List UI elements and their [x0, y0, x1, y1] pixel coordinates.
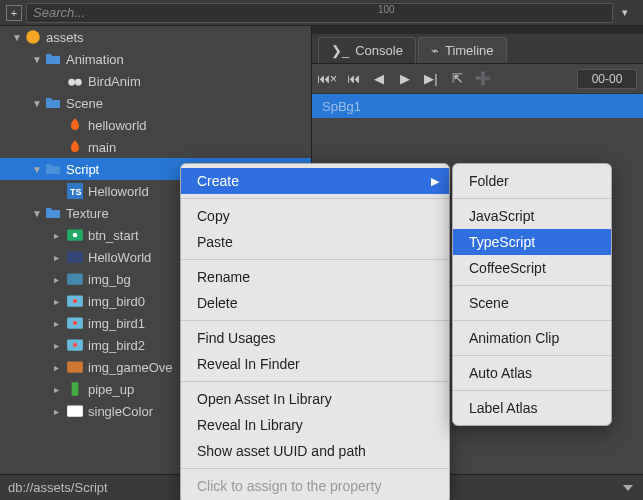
typescript-icon: TS — [66, 183, 84, 199]
assets-icon — [24, 29, 42, 45]
folder-icon — [44, 51, 62, 67]
console-icon: ❯_ — [331, 43, 349, 58]
svg-point-2 — [75, 79, 82, 86]
chevron-down-icon: ▼ — [12, 32, 24, 43]
menu-reveal-library[interactable]: Reveal In Library — [181, 412, 449, 438]
chevron-right-icon: ▶ — [431, 175, 439, 188]
dropdown-icon[interactable] — [623, 485, 633, 491]
next-frame-button[interactable]: ▶| — [422, 70, 440, 88]
menu-separator — [181, 320, 449, 321]
anim-icon — [66, 73, 84, 89]
folder-icon — [44, 205, 62, 221]
tab-timeline[interactable]: ⌁ Timeline — [418, 37, 507, 63]
svg-rect-16 — [72, 382, 79, 396]
timeline-toolbar: ⏮× ⏮ ◀ ▶ ▶| ⇱ ➕ 00-00 — [312, 64, 643, 94]
submenu-folder[interactable]: Folder — [453, 168, 611, 194]
image-icon — [66, 227, 84, 243]
folder-icon — [44, 95, 62, 111]
create-asset-button[interactable]: + — [6, 5, 22, 21]
menu-open-library[interactable]: Open Asset In Library — [181, 386, 449, 412]
menu-reveal-finder[interactable]: Reveal In Finder — [181, 351, 449, 377]
chevron-down-icon: ▼ — [32, 208, 44, 219]
svg-point-0 — [26, 30, 40, 44]
svg-text:TS: TS — [70, 187, 82, 197]
menu-create[interactable]: Create ▶ — [181, 168, 449, 194]
ruler-tick: 100 — [378, 4, 395, 15]
chevron-right-icon: ▸ — [54, 252, 66, 263]
panel-tabs: ❯_ Console ⌁ Timeline — [312, 34, 643, 64]
submenu-auto-atlas[interactable]: Auto Atlas — [453, 360, 611, 386]
tab-console[interactable]: ❯_ Console — [318, 37, 416, 63]
menu-separator — [453, 198, 611, 199]
timeline-icon: ⌁ — [431, 43, 439, 58]
chevron-right-icon: ▸ — [54, 406, 66, 417]
image-icon — [66, 293, 84, 309]
svg-rect-17 — [67, 405, 83, 416]
tree-item-folder[interactable]: ▼ Animation — [0, 48, 311, 70]
menu-separator — [181, 468, 449, 469]
chevron-down-icon: ▼ — [32, 98, 44, 109]
menu-separator — [453, 355, 611, 356]
submenu-scene[interactable]: Scene — [453, 290, 611, 316]
tree-item-folder[interactable]: ▼ Scene — [0, 92, 311, 114]
search-input[interactable]: Search... — [26, 3, 613, 23]
menu-delete[interactable]: Delete — [181, 290, 449, 316]
menu-separator — [181, 381, 449, 382]
menu-separator — [453, 285, 611, 286]
goto-start-button[interactable]: ⏮× — [318, 70, 336, 88]
menu-find-usages[interactable]: Find Usages — [181, 325, 449, 351]
image-icon — [66, 249, 84, 265]
image-icon — [66, 359, 84, 375]
tree-item-scene[interactable]: main — [0, 136, 311, 158]
svg-point-14 — [73, 343, 78, 348]
svg-rect-15 — [67, 361, 83, 372]
timecode[interactable]: 00-00 — [577, 69, 637, 89]
chevron-right-icon: ▸ — [54, 274, 66, 285]
fire-icon — [66, 139, 84, 155]
menu-separator — [181, 198, 449, 199]
image-icon — [66, 271, 84, 287]
image-icon — [66, 315, 84, 331]
svg-point-6 — [73, 233, 78, 238]
chevron-right-icon: ▸ — [54, 318, 66, 329]
svg-point-10 — [73, 299, 78, 304]
chevron-right-icon: ▸ — [54, 362, 66, 373]
chevron-down-icon: ▼ — [32, 164, 44, 175]
submenu-coffeescript[interactable]: CoffeeScript — [453, 255, 611, 281]
submenu-animation-clip[interactable]: Animation Clip — [453, 325, 611, 351]
timeline-node-row[interactable]: SpBg1 — [312, 94, 643, 118]
svg-point-1 — [68, 79, 75, 86]
create-submenu: Folder JavaScript TypeScript CoffeeScrip… — [452, 163, 612, 426]
submenu-label-atlas[interactable]: Label Atlas — [453, 395, 611, 421]
chevron-right-icon: ▸ — [54, 296, 66, 307]
submenu-typescript[interactable]: TypeScript — [453, 229, 611, 255]
menu-rename[interactable]: Rename — [181, 264, 449, 290]
tree-item-scene[interactable]: helloworld — [0, 114, 311, 136]
fire-icon — [66, 117, 84, 133]
menu-paste[interactable]: Paste — [181, 229, 449, 255]
jump-first-button[interactable]: ⏮ — [344, 70, 362, 88]
add-event-button[interactable]: ➕ — [474, 70, 492, 88]
image-icon — [66, 403, 84, 419]
tree-root[interactable]: ▼ assets — [0, 26, 311, 48]
menu-copy[interactable]: Copy — [181, 203, 449, 229]
image-icon — [66, 381, 84, 397]
menu-show-uuid[interactable]: Show asset UUID and path — [181, 438, 449, 464]
asset-context-menu: Create ▶ Copy Paste Rename Delete Find U… — [180, 163, 450, 500]
prev-frame-button[interactable]: ◀ — [370, 70, 388, 88]
svg-point-12 — [73, 321, 78, 326]
chevron-right-icon: ▸ — [54, 340, 66, 351]
menu-separator — [181, 259, 449, 260]
folder-icon — [44, 161, 62, 177]
image-icon — [66, 337, 84, 353]
menu-separator — [453, 320, 611, 321]
collapse-button[interactable]: ▾ — [617, 5, 633, 21]
open-button[interactable]: ⇱ — [448, 70, 466, 88]
svg-rect-8 — [67, 273, 83, 284]
menu-separator — [453, 390, 611, 391]
chevron-right-icon: ▸ — [54, 230, 66, 241]
submenu-javascript[interactable]: JavaScript — [453, 203, 611, 229]
play-button[interactable]: ▶ — [396, 70, 414, 88]
tree-item-anim[interactable]: BirdAnim — [0, 70, 311, 92]
asset-path: db://assets/Script — [8, 480, 108, 495]
